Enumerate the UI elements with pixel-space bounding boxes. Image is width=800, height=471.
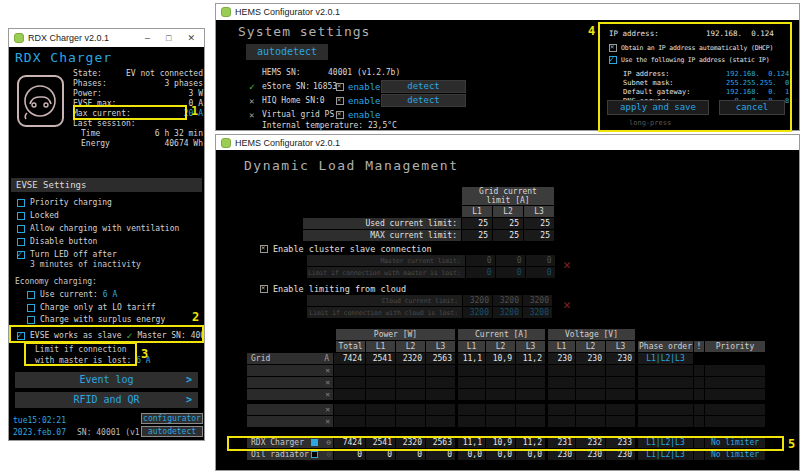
phases-value: 3 phases xyxy=(164,79,203,89)
evse-settings-header: EVSE Settings xyxy=(11,178,202,192)
remove-row-icon[interactable]: ✕ xyxy=(325,390,330,399)
col-l3: L3 xyxy=(426,341,455,352)
static-ip-option[interactable]: Use the following IP address (static IP) xyxy=(609,56,770,64)
rfid-qr-button[interactable]: RFID and QR> xyxy=(15,392,198,408)
antenna-icon: A xyxy=(324,354,329,363)
master-sn-label: Master SN: xyxy=(138,331,186,340)
led-off-option[interactable]: Turn LED off after xyxy=(17,250,117,259)
enable-label: enable xyxy=(348,110,381,120)
col-l1: L1 xyxy=(366,341,395,352)
device-enabled-checkbox[interactable] xyxy=(311,439,318,446)
autodetect-button[interactable]: autodetect xyxy=(141,426,203,437)
hems-sn-label: HEMS SN: xyxy=(262,68,301,77)
cloud-limiting-option[interactable]: Enable limiting from cloud xyxy=(260,284,406,294)
sys-titlebar: HEMS Configurator v2.0.1 xyxy=(216,4,799,20)
app-icon xyxy=(221,7,231,17)
table-row-rdx-charger: RDX Charger⊖ 7424 2541 2320 2563 11,1 10… xyxy=(247,437,765,448)
device-enabled-checkbox[interactable] xyxy=(311,451,318,458)
checkbox[interactable] xyxy=(27,304,35,312)
close-icon[interactable]: ✕ xyxy=(187,33,195,43)
chevron-right-icon: > xyxy=(186,372,192,388)
max-limit-l1[interactable]: 25 xyxy=(462,230,492,241)
max-limit-l3[interactable]: 25 xyxy=(524,230,554,241)
evse-max-label: EVSE max: xyxy=(73,99,116,109)
detect-button[interactable]: detect xyxy=(381,80,466,93)
col-l3: L3 xyxy=(606,341,635,352)
table-row-grid: GridA 7424 2541 2320 2563 11,1 10,9 11,2… xyxy=(247,353,765,364)
col-l1: L1 xyxy=(462,206,492,217)
checkbox[interactable] xyxy=(260,285,268,293)
configurator-button[interactable]: configurator xyxy=(141,413,203,424)
checkbox[interactable] xyxy=(17,199,25,207)
page-title: System settings xyxy=(238,24,370,39)
static-ip-value[interactable]: 192.168. 0.124 xyxy=(726,70,789,78)
used-limit-l3: 25 xyxy=(524,218,554,229)
minimize-icon[interactable]: – xyxy=(145,33,150,43)
dhcp-option[interactable]: Obtain an IP address automatically (DHCP… xyxy=(609,44,773,52)
use-current-option[interactable]: Use current:6 A xyxy=(27,290,117,299)
priority-charging-option[interactable]: Priority charging xyxy=(17,198,112,207)
device-name: Oil radiator xyxy=(251,450,309,459)
checkbox[interactable] xyxy=(17,212,25,220)
checkbox[interactable] xyxy=(17,225,25,233)
enable-checkbox[interactable] xyxy=(336,83,344,91)
maximize-icon[interactable]: □ xyxy=(166,33,171,43)
event-log-button[interactable]: Event log> xyxy=(15,372,198,388)
max-limit-l2[interactable]: 25 xyxy=(493,230,523,241)
enable-label: enable xyxy=(348,96,381,106)
state-value: EV not connected xyxy=(126,69,203,79)
dlm-window: HEMS Configurator v2.0.1 Dynamic Load Ma… xyxy=(215,134,800,471)
phase-order-value: L1|L2|L3 xyxy=(636,437,693,448)
ok-check-icon: ✓ xyxy=(249,81,255,92)
remove-row-icon[interactable]: ✕ xyxy=(325,405,330,414)
detect-button[interactable]: detect xyxy=(381,94,466,107)
priority-value[interactable]: No limiter xyxy=(705,437,765,448)
disable-button-option[interactable]: Disable button xyxy=(17,237,97,246)
checkbox-checked[interactable] xyxy=(609,56,617,64)
checkbox[interactable] xyxy=(27,316,35,324)
checkbox[interactable] xyxy=(17,238,25,246)
table-row-empty: ✕ xyxy=(247,389,765,400)
window-title: RDX Charger v2.0.1 xyxy=(28,33,109,43)
phases-label: Phases: xyxy=(73,79,107,89)
enable-checkbox[interactable] xyxy=(336,111,344,119)
lo-tariff-option[interactable]: Charge only at LO tariff xyxy=(27,303,156,312)
cluster-limit-table: Master current limit:000 Limit if connec… xyxy=(306,254,556,279)
checkbox[interactable] xyxy=(260,245,268,253)
checkbox-checked[interactable] xyxy=(17,332,25,340)
apply-and-save-button[interactable]: apply and save xyxy=(607,100,709,115)
enable-checkbox[interactable] xyxy=(336,97,344,105)
col-l3: L3 xyxy=(516,341,545,352)
surplus-option[interactable]: Charge with surplus energy xyxy=(27,315,165,324)
autodetect-button[interactable]: autodetect xyxy=(246,44,328,60)
dlm-titlebar: HEMS Configurator v2.0.1 xyxy=(216,135,799,150)
checkbox[interactable] xyxy=(609,44,617,52)
col-total: Total xyxy=(334,341,365,352)
off-cross-icon: ✕ xyxy=(249,110,254,120)
priority-value[interactable]: No limiter xyxy=(705,449,765,460)
subnet-mask-value[interactable]: 255.255.255. 0 xyxy=(726,79,789,87)
evse-slave-option[interactable]: EVSE works as slave ✓ Master SN: 40000 xyxy=(17,330,204,341)
phase-order-value: L1|L2|L3 xyxy=(636,449,693,460)
evse-max-value: 0 A xyxy=(189,99,203,109)
remove-row-icon[interactable]: ✕ xyxy=(325,366,330,375)
cancel-button[interactable]: cancel xyxy=(719,100,785,115)
checkbox-checked[interactable] xyxy=(17,251,25,259)
cluster-slave-option[interactable]: Enable cluster slave connection xyxy=(260,244,432,254)
locked-option[interactable]: Locked xyxy=(17,211,59,220)
table-row-empty: ✕ xyxy=(247,377,765,388)
rdx-titlebar: RDX Charger v2.0.1 – □ ✕ xyxy=(9,29,204,47)
col-l2: L2 xyxy=(486,341,515,352)
checkbox[interactable] xyxy=(27,291,35,299)
remove-row-icon[interactable]: ✕ xyxy=(325,417,330,426)
economy-header: Economy charging: xyxy=(15,277,97,286)
ventilation-option[interactable]: Allow charging with ventilation xyxy=(17,224,179,233)
limit-lost-value: 6 A xyxy=(136,356,150,365)
col-l1: L1 xyxy=(546,341,575,352)
energy-label: Energy xyxy=(81,139,110,149)
used-limit-l2: 25 xyxy=(493,218,523,229)
remove-row-icon[interactable]: ✕ xyxy=(325,378,330,387)
grid-current-limit-table: Grid current limit [A] L1 L2 L3 Used cur… xyxy=(302,186,555,242)
default-gateway-value[interactable]: 192.168. 0. 1 xyxy=(726,88,789,96)
ip-settings-panel: IP address: 192.168. 0.124 Obtain an IP … xyxy=(601,24,791,128)
